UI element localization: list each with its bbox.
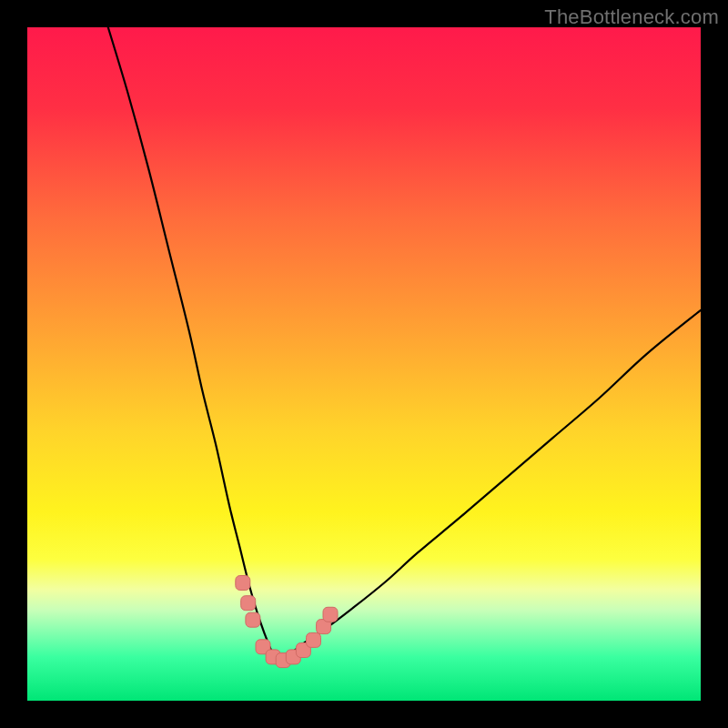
chart-frame: TheBottleneck.com (0, 0, 728, 728)
watermark-text: TheBottleneck.com (544, 5, 719, 29)
left-branch-line (108, 27, 277, 661)
plot-area (27, 27, 701, 701)
marker (246, 612, 260, 627)
right-branch-line (277, 310, 701, 661)
curve-layer (27, 27, 701, 701)
marker (236, 576, 250, 591)
marker (241, 596, 256, 611)
marker (323, 607, 338, 622)
marker (307, 632, 321, 647)
